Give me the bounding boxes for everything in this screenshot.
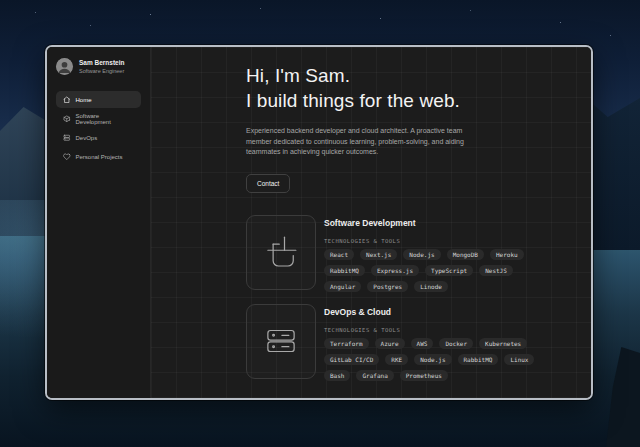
contact-button[interactable]: Contact — [246, 174, 290, 193]
sidebar: Sam Bernstein Software Engineer Home Sof… — [47, 47, 151, 398]
app-window: Sam Bernstein Software Engineer Home Sof… — [45, 45, 593, 400]
avatar — [56, 58, 73, 75]
tech-tag: Docker — [439, 338, 473, 349]
sidebar-nav: Home Software Development DevOps Persona… — [56, 91, 141, 165]
sidebar-item-software-development[interactable]: Software Development — [56, 110, 141, 127]
profile-name: Sam Bernstein — [79, 59, 125, 67]
stars — [0, 0, 1, 1]
tech-tag: Bash — [324, 370, 350, 381]
card-section-label: TECHNOLOGIES & TOOLS — [324, 238, 538, 244]
tech-tag: RabbitMQ — [324, 265, 365, 276]
tech-tag: Express.js — [371, 265, 419, 276]
tech-tag: Node.js — [403, 249, 440, 260]
tech-tag: Linode — [414, 281, 448, 292]
sidebar-item-personal-projects[interactable]: Personal Projects — [56, 148, 141, 165]
hero-description: Experienced backend developer and cloud … — [246, 126, 474, 158]
tech-tag: AWS — [411, 338, 434, 349]
tech-tag: Angular — [324, 281, 361, 292]
card-software-development: Software Development TECHNOLOGIES & TOOL… — [246, 215, 591, 292]
tech-tag: Grafana — [356, 370, 393, 381]
tech-tag: Terraform — [324, 338, 369, 349]
heart-icon — [63, 153, 71, 161]
tag-list: ReactNext.jsNode.jsMongoDBHerokuRabbitMQ… — [324, 249, 538, 292]
hero-heading: Hi, I'm Sam. I build things for the web. — [246, 63, 591, 113]
tech-tag: React — [324, 249, 354, 260]
tech-tag: Azure — [375, 338, 405, 349]
tech-tag: Node.js — [414, 354, 451, 365]
card-icon-tile — [246, 215, 316, 290]
tech-tag: GitLab CI/CD — [324, 354, 379, 365]
hero-section: Hi, I'm Sam. I build things for the web.… — [246, 63, 591, 193]
tech-tag: Kubernetes — [479, 338, 527, 349]
sidebar-item-label: Software Development — [76, 113, 135, 125]
profile: Sam Bernstein Software Engineer — [56, 58, 141, 75]
card-section-label: TECHNOLOGIES & TOOLS — [324, 327, 538, 333]
server-icon — [63, 134, 71, 142]
home-icon — [63, 96, 71, 104]
sidebar-item-devops[interactable]: DevOps — [56, 129, 141, 146]
tech-tag: Postgres — [367, 281, 408, 292]
card-title: Software Development — [324, 218, 538, 228]
tech-tag: Linux — [504, 354, 534, 365]
sidebar-item-label: Home — [76, 97, 92, 103]
tech-tag: Next.js — [360, 249, 397, 260]
skill-cards: Software Development TECHNOLOGIES & TOOL… — [246, 215, 591, 381]
tech-tag: MongoDB — [447, 249, 484, 260]
server-stack-icon — [260, 320, 302, 362]
main-content: Hi, I'm Sam. I build things for the web.… — [151, 47, 591, 398]
card-title: DevOps & Cloud — [324, 307, 538, 317]
sidebar-item-home[interactable]: Home — [56, 91, 141, 108]
card-icon-tile — [246, 304, 316, 379]
tech-tag: Heroku — [490, 249, 524, 260]
tech-tag: RKE — [385, 354, 408, 365]
tech-tag: RabbitMQ — [458, 354, 499, 365]
blocks-icon — [260, 231, 302, 273]
card-devops-cloud: DevOps & Cloud TECHNOLOGIES & TOOLS Terr… — [246, 304, 591, 381]
profile-role: Software Engineer — [79, 68, 125, 75]
tech-tag: Prometheus — [400, 370, 448, 381]
sidebar-item-label: Personal Projects — [76, 154, 123, 160]
sidebar-item-label: DevOps — [76, 135, 98, 141]
tech-tag: NestJS — [479, 265, 513, 276]
tech-tag: TypeScript — [425, 265, 473, 276]
cube-icon — [63, 115, 71, 123]
rock-cliff — [606, 347, 640, 447]
tag-list: TerraformAzureAWSDockerKubernetesGitLab … — [324, 338, 538, 381]
